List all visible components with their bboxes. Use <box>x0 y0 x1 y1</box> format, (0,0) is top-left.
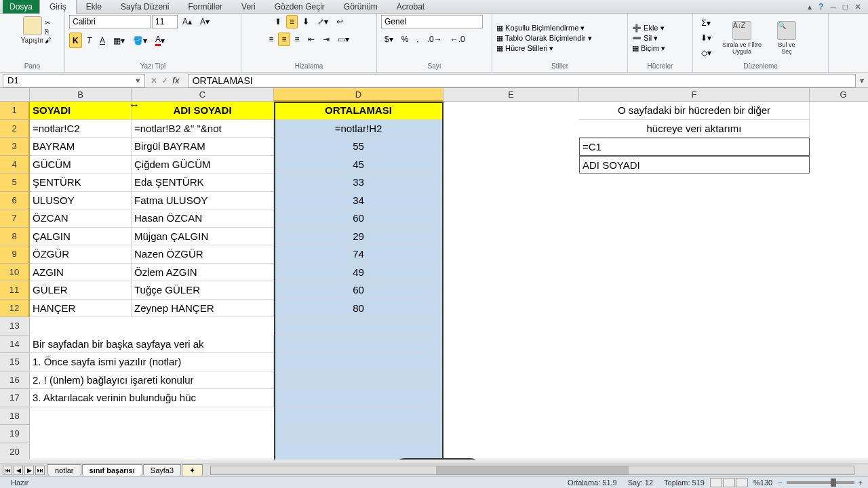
col-header-F[interactable]: F <box>579 88 810 102</box>
cell-B11[interactable]: GÜLER <box>30 281 132 300</box>
zoom-level[interactable]: %130 <box>748 479 778 487</box>
inc-decimal-icon[interactable]: .0→ <box>424 33 446 46</box>
sheet-nav-prev[interactable]: ◀ <box>14 466 23 475</box>
zoom-out-icon[interactable]: − <box>778 479 782 487</box>
format-cells-button[interactable]: ▦ Biçim ▾ <box>632 44 665 53</box>
sheet-nav-next[interactable]: ▶ <box>24 466 34 475</box>
border-button[interactable]: ▦▾ <box>110 33 128 48</box>
currency-icon[interactable]: $▾ <box>381 33 397 46</box>
row-header-11[interactable]: 11 <box>0 281 30 300</box>
indent-dec-icon[interactable]: ⇤ <box>304 33 318 46</box>
align-center-icon[interactable]: ≡ <box>278 33 290 46</box>
fill-icon[interactable]: ⬇▾ <box>697 31 715 45</box>
increase-font-icon[interactable]: A▴ <box>179 15 195 28</box>
align-top-icon[interactable]: ⬆ <box>271 15 285 28</box>
copy-icon[interactable]: ⎘ <box>45 28 52 35</box>
cell-B15[interactable]: 1. Önce sayfa ismi yazılır (notlar) <box>30 353 274 371</box>
autosum-icon[interactable]: Σ▾ <box>697 16 715 30</box>
cell-B9[interactable]: ÖZGÜR <box>30 245 132 264</box>
row-header-5[interactable]: 5 <box>0 174 30 192</box>
row-header-20[interactable]: 20 <box>0 443 30 460</box>
tab-insert[interactable]: Ekle <box>77 0 111 14</box>
window-min-icon[interactable]: ─ <box>830 2 836 12</box>
horizontal-scrollbar[interactable] <box>210 466 854 475</box>
cell-D12[interactable]: 80 <box>274 300 443 318</box>
row-header-16[interactable]: 16 <box>0 371 30 390</box>
cell-D14[interactable] <box>274 336 443 354</box>
cell-B5[interactable]: ŞENTÜRK <box>30 174 132 192</box>
zoom-slider[interactable] <box>787 481 854 484</box>
window-close-icon[interactable]: ✕ <box>854 2 861 12</box>
cell-D10[interactable]: 49 <box>274 264 443 282</box>
cell-D15[interactable] <box>274 353 443 371</box>
cell-C8[interactable]: Müjgan ÇALGIN <box>132 228 274 246</box>
row-header-14[interactable]: 14 <box>0 336 30 354</box>
tab-formulas[interactable]: Formüller <box>178 0 232 14</box>
cell-D5[interactable]: 33 <box>274 174 443 192</box>
cell-D18[interactable] <box>274 407 443 426</box>
font-family-select[interactable] <box>69 15 151 28</box>
col-header-D[interactable]: D <box>274 88 443 102</box>
row-header-8[interactable]: 8 <box>0 228 30 246</box>
comma-icon[interactable]: , <box>413 33 422 46</box>
italic-button[interactable]: T <box>83 33 95 48</box>
row-header-19[interactable]: 19 <box>0 425 30 443</box>
cell-B6[interactable]: ULUSOY <box>30 192 132 210</box>
col-header-G[interactable]: G <box>810 88 868 102</box>
cell-C7[interactable]: Hasan ÖZCAN <box>132 209 274 228</box>
sort-filter-button[interactable]: A↓Z Sırala ve Filtre Uygula <box>717 20 766 56</box>
cell-styles-button[interactable]: ▦ Hücre Stilleri ▾ <box>496 44 592 53</box>
underline-button[interactable]: A <box>96 33 108 48</box>
indent-inc-icon[interactable]: ⇥ <box>319 33 333 46</box>
cell-C11[interactable]: Tuğçe GÜLER <box>132 281 274 300</box>
cond-format-button[interactable]: ▦ Koşullu Biçimlendirme ▾ <box>496 24 592 33</box>
merge-button[interactable]: ▭▾ <box>334 33 353 46</box>
clear-icon[interactable]: ◇▾ <box>697 46 715 60</box>
decrease-font-icon[interactable]: A▾ <box>197 15 213 28</box>
tab-pagelayout[interactable]: Sayfa Düzeni <box>111 0 178 14</box>
cell-C2[interactable]: =notlar!B2 &" "&not <box>132 120 274 138</box>
row-header-4[interactable]: 4 <box>0 156 30 174</box>
insert-cells-button[interactable]: ➕ Ekle ▾ <box>632 24 665 33</box>
cancel-formula-icon[interactable]: ✕ <box>151 76 157 85</box>
view-normal-icon[interactable] <box>710 478 722 487</box>
cell-B3[interactable]: BAYRAM <box>30 138 132 156</box>
cell-B16[interactable]: 2. ! (ünlem) bağlayıcı işareti konulur <box>30 371 274 390</box>
tab-data[interactable]: Veri <box>232 0 265 14</box>
orientation-icon[interactable]: ⤢▾ <box>314 15 332 28</box>
cell-B7[interactable]: ÖZCAN <box>30 209 132 228</box>
sheet-tab-sinif[interactable]: sınıf başarısı <box>82 464 142 476</box>
chevron-down-icon[interactable]: ▾ <box>136 75 140 85</box>
sheet-nav-first[interactable]: ⏮ <box>3 466 12 475</box>
cell-C6[interactable]: Fatma ULUSOY <box>132 192 274 210</box>
cell-D19[interactable] <box>274 425 443 443</box>
expand-formula-icon[interactable]: ▾ <box>856 76 868 85</box>
view-pagebreak-icon[interactable] <box>736 478 748 487</box>
sheet-tab-sayfa3[interactable]: Sayfa3 <box>143 464 181 476</box>
cell-D7[interactable]: 60 <box>274 209 443 228</box>
cell-C3[interactable]: Birgül BAYRAM <box>132 138 274 156</box>
sheet-nav-last[interactable]: ⏭ <box>35 466 45 475</box>
cell-C10[interactable]: Özlem AZGIN <box>132 264 274 282</box>
cell-B14[interactable]: Bir sayfadan bir başka sayfaya veri ak <box>30 336 274 354</box>
align-bottom-icon[interactable]: ⬇ <box>299 15 313 28</box>
row-header-13[interactable]: 13 <box>0 317 30 336</box>
cell-D9[interactable]: 74 <box>274 245 443 264</box>
cell-F1[interactable]: O sayfadaki bir hücreden bir diğer <box>579 102 810 120</box>
fx-icon[interactable]: fx <box>172 76 182 85</box>
window-max-icon[interactable]: □ <box>843 2 848 12</box>
cell-B10[interactable]: AZGIN <box>30 264 132 282</box>
view-pagelayout-icon[interactable] <box>723 478 735 487</box>
tab-file[interactable]: Dosya <box>3 0 39 14</box>
fill-color-button[interactable]: 🪣▾ <box>130 33 151 48</box>
font-size-select[interactable] <box>152 15 178 28</box>
cell-D1[interactable]: ORTALAMASI <box>274 102 443 120</box>
row-header-12[interactable]: 12 <box>0 300 30 318</box>
cell-F3[interactable]: =C1 <box>579 138 810 156</box>
tab-home[interactable]: Giriş <box>39 0 77 14</box>
bold-button[interactable]: K <box>69 33 82 48</box>
cell-D20[interactable] <box>274 443 443 460</box>
help-icon[interactable]: ? <box>818 2 823 12</box>
col-header-C[interactable]: C <box>132 88 274 102</box>
spreadsheet-grid[interactable]: BCDEFG 1234567891011121314151617181920 S… <box>0 88 868 460</box>
